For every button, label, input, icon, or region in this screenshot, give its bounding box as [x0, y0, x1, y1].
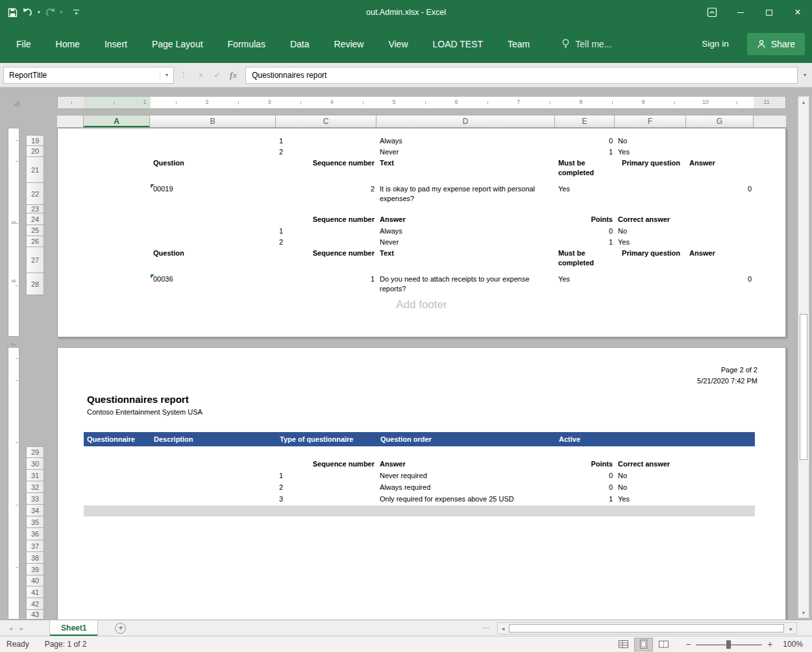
tab-review[interactable]: Review: [322, 39, 376, 49]
tab-view[interactable]: View: [376, 39, 420, 49]
header-question[interactable]: Question: [151, 248, 277, 259]
tab-data[interactable]: Data: [278, 39, 322, 49]
row-header-35[interactable]: 35: [26, 516, 44, 528]
view-normal-button[interactable]: [614, 638, 633, 651]
report-title[interactable]: Questionnaires report: [87, 394, 189, 405]
row-header-40[interactable]: 40: [26, 575, 44, 586]
cell-question-text[interactable]: Do you need to attach receipts to your e…: [377, 274, 556, 295]
header-text[interactable]: Text: [377, 158, 556, 169]
add-sheet-button[interactable]: +: [115, 623, 126, 634]
redo-dropdown-icon[interactable]: ▾: [60, 10, 63, 15]
share-button[interactable]: Share: [747, 33, 805, 55]
sheet-tab-sheet1[interactable]: Sheet1: [49, 620, 98, 636]
header-sequence-number[interactable]: Sequence number: [277, 248, 377, 259]
header-answer[interactable]: Answer: [377, 214, 556, 225]
col-type-of-questionnaire[interactable]: Type of questionnaire: [277, 432, 377, 446]
row-header-27[interactable]: 27: [26, 247, 44, 273]
cell-correct[interactable]: No: [615, 470, 687, 481]
row-header-26[interactable]: 26: [26, 236, 44, 247]
cell-sequence[interactable]: 1: [277, 470, 377, 481]
cell-answer[interactable]: Never: [377, 147, 556, 158]
row-header-37[interactable]: 37: [26, 540, 44, 552]
cell-points[interactable]: 1: [556, 494, 615, 505]
cell-sequence[interactable]: 1: [277, 136, 377, 147]
header-points[interactable]: Points: [556, 214, 615, 225]
header-sequence-number[interactable]: Sequence number: [277, 214, 377, 225]
header-primary-question[interactable]: Primary question: [615, 158, 687, 169]
header-must-be-completed[interactable]: Must be completed: [556, 248, 615, 269]
sign-in-button[interactable]: Sign in: [702, 39, 728, 49]
tab-page-layout[interactable]: Page Layout: [140, 39, 215, 49]
report-subtitle[interactable]: Contoso Entertainment System USA: [87, 408, 203, 416]
cell-correct[interactable]: No: [615, 136, 687, 147]
sheet-nav-left-button[interactable]: ◂: [9, 620, 12, 636]
row-header-34[interactable]: 34: [26, 505, 44, 516]
column-header-d[interactable]: D: [376, 115, 555, 127]
column-header-c[interactable]: C: [276, 115, 376, 127]
undo-dropdown-icon[interactable]: ▾: [38, 10, 40, 15]
header-primary-question[interactable]: Primary question: [615, 248, 687, 259]
tab-overflow-button[interactable]: …: [482, 622, 489, 631]
cell-points[interactable]: 0: [556, 136, 615, 147]
vertical-scroll-thumb[interactable]: [800, 314, 807, 460]
column-header-b[interactable]: B: [150, 115, 276, 127]
cell-sequence[interactable]: 1: [277, 274, 377, 285]
cell-sequence[interactable]: 2: [277, 482, 377, 493]
row-header-31[interactable]: 31: [26, 470, 44, 481]
row-header-20[interactable]: 20: [26, 146, 44, 157]
tab-team[interactable]: Team: [495, 39, 542, 49]
header-sequence-number[interactable]: Sequence number: [277, 158, 377, 169]
row-header-38[interactable]: 38: [26, 552, 44, 564]
page-header-area[interactable]: Page 2 of 2 5/21/2020 7:42 PM: [697, 365, 757, 387]
header-must-be-completed[interactable]: Must be completed: [556, 158, 615, 178]
tab-insert[interactable]: Insert: [92, 39, 140, 49]
maximize-button[interactable]: [755, 0, 783, 25]
column-header-e[interactable]: E: [555, 115, 615, 127]
cell-sequence[interactable]: 3: [277, 494, 377, 505]
cell-correct[interactable]: Yes: [615, 147, 687, 158]
row-header-29[interactable]: 29: [26, 446, 44, 458]
row-header-23[interactable]: 23: [26, 205, 44, 213]
cell-sequence[interactable]: 2: [277, 147, 377, 158]
hscroll-left-button[interactable]: ◂: [498, 623, 508, 634]
cell-must-be-completed[interactable]: Yes: [556, 184, 615, 195]
zoom-slider-handle[interactable]: [726, 640, 731, 649]
cell-correct[interactable]: Yes: [615, 237, 687, 248]
tab-file[interactable]: File: [4, 39, 43, 49]
cell-question-text[interactable]: It is okay to pad my expense report with…: [377, 184, 556, 204]
cell-question-id[interactable]: 00036: [151, 274, 277, 285]
redo-button[interactable]: [45, 7, 56, 18]
name-box[interactable]: ReportTitle ▾: [3, 67, 174, 84]
enter-button[interactable]: ✓: [209, 70, 225, 80]
sheet-nav-right-button[interactable]: ▸: [20, 620, 23, 636]
row-header-22[interactable]: 22: [26, 183, 44, 205]
column-header-a[interactable]: A: [83, 115, 150, 127]
row-header-33[interactable]: 33: [26, 493, 44, 505]
formula-bar-expand-button[interactable]: ▾: [798, 72, 812, 78]
cell-answer[interactable]: Only required for expenses above 25 USD: [377, 494, 556, 505]
row-header-39[interactable]: 39: [26, 564, 44, 575]
name-box-dropdown-icon[interactable]: ▾: [160, 70, 173, 80]
minimize-button[interactable]: [726, 0, 755, 25]
row-header-30[interactable]: 30: [26, 458, 44, 470]
col-questionnaire[interactable]: Questionnaire: [84, 432, 151, 446]
cancel-button[interactable]: ×: [193, 70, 209, 80]
header-sequence-number[interactable]: Sequence number: [277, 459, 377, 470]
vertical-scrollbar[interactable]: ▴ ▾: [798, 96, 809, 618]
select-all-corner[interactable]: ◢: [13, 98, 19, 106]
row-header-24[interactable]: 24: [26, 213, 44, 225]
undo-button[interactable]: [22, 7, 33, 18]
row-header-36[interactable]: 36: [26, 528, 44, 540]
cell-correct[interactable]: No: [615, 482, 687, 493]
cell-sequence[interactable]: 1: [277, 226, 377, 237]
header-correct-answer[interactable]: Correct answer: [615, 459, 687, 470]
cell-answer[interactable]: Always: [377, 226, 556, 237]
header-answer[interactable]: Answer: [687, 248, 754, 259]
cell-answer[interactable]: Always required: [377, 482, 556, 493]
header-correct-answer[interactable]: Correct answer: [615, 214, 687, 225]
tab-home[interactable]: Home: [43, 39, 92, 49]
col-question-order[interactable]: Question order: [377, 432, 556, 446]
column-header-f[interactable]: F: [615, 115, 686, 127]
cell-answer[interactable]: Always: [377, 136, 556, 147]
hscroll-right-button[interactable]: ▸: [786, 623, 796, 634]
